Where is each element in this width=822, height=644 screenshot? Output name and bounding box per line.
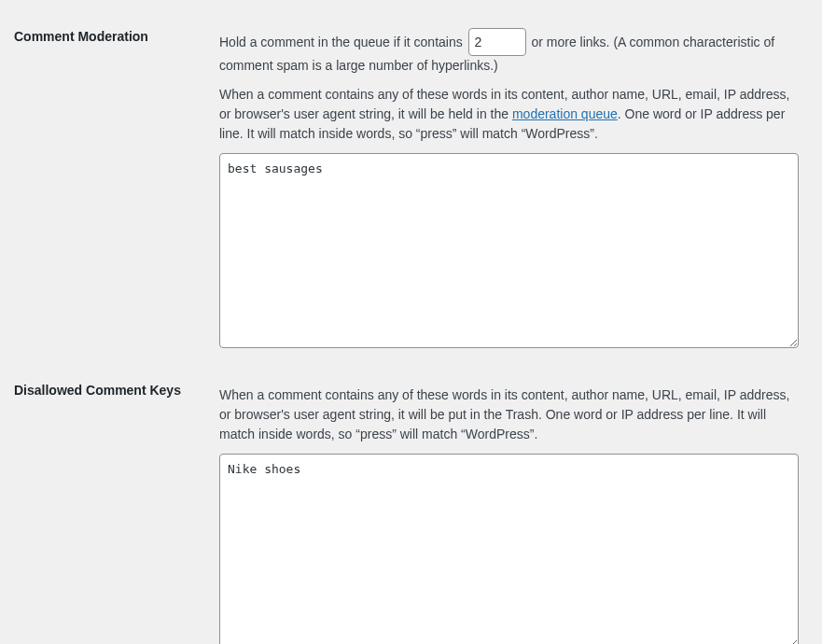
disallowed-keys-row: Disallowed Comment Keys When a comment c… [14,368,808,644]
hold-text-before: Hold a comment in the queue if it contai… [219,35,467,49]
moderation-keys-textarea[interactable] [219,153,799,348]
disallowed-keys-textarea[interactable] [219,454,799,644]
comment-max-links-paragraph: Hold a comment in the queue if it contai… [219,28,799,76]
comment-max-links-input[interactable] [468,28,526,56]
moderation-keys-description: When a comment contains any of these wor… [219,85,799,144]
disallowed-keys-heading: Disallowed Comment Keys [14,368,210,644]
comment-moderation-row: Comment Moderation Hold a comment in the… [14,14,808,368]
moderation-queue-link[interactable]: moderation queue [512,106,618,121]
disallowed-keys-description: When a comment contains any of these wor… [219,385,799,444]
disallowed-keys-cell: When a comment contains any of these wor… [210,368,808,644]
discussion-settings-table: Comment Moderation Hold a comment in the… [14,14,808,644]
moderation-keys-wrap [219,153,799,354]
comment-moderation-cell: Hold a comment in the queue if it contai… [210,14,808,368]
disallowed-keys-wrap [219,454,799,644]
comment-moderation-heading: Comment Moderation [14,14,210,368]
